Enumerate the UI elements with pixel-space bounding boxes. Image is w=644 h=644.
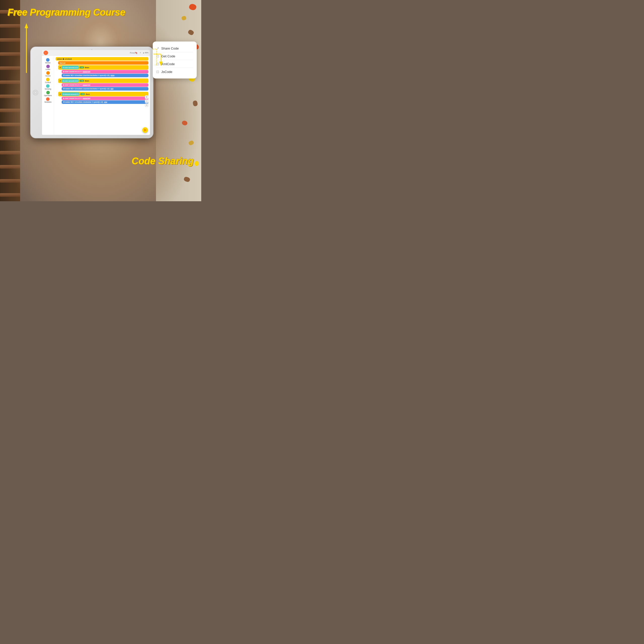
- share-code-label: Share Code: [161, 47, 179, 50]
- when-clicked-text: when ▶ clicked: [57, 58, 72, 60]
- course-label: Free Programming Course: [8, 7, 125, 18]
- music-val-2[interactable]: music 7 ▾: [82, 84, 91, 86]
- music-val-3[interactable]: music 5 ▾: [82, 98, 91, 99]
- if-text-1: if: [60, 66, 61, 69]
- looks-label: Looks: [46, 68, 50, 70]
- variables-label: Variables: [44, 101, 52, 103]
- play-icon: [144, 129, 147, 132]
- zoom-in-button[interactable]: +: [145, 95, 148, 99]
- motor-text-1: ⚙ motor M2 ▾ direction counterclockwise …: [63, 74, 109, 76]
- color-sensor-2[interactable]: ⊙ color sensor(1,2,3): [62, 79, 79, 83]
- eq-val-1: = 1: [79, 66, 84, 68]
- if-block-3[interactable]: if ⊙ infrared sensor(1-7) < 5 then: [58, 92, 148, 96]
- xml-icon: ⊡: [156, 62, 159, 66]
- code-sharing-label: Code Sharing: [132, 156, 194, 167]
- sound-label: Sound: [45, 75, 50, 77]
- eq-val-2: = 2: [79, 80, 84, 82]
- motor-block-3[interactable]: ⚙ motor M2 ▾ direction clockwise ▾ speed…: [62, 100, 148, 104]
- speed-val-2[interactable]: 6 ▾: [110, 88, 114, 90]
- sensing-label: Sensing: [45, 88, 51, 90]
- play-button[interactable]: [142, 127, 148, 133]
- control-dot: [46, 78, 50, 81]
- infrared-sensor[interactable]: ⊙ infrared sensor(1-7): [62, 92, 79, 96]
- operators-dot: [46, 91, 50, 94]
- sidebar: Motion Looks Sound Control Sensing: [42, 56, 54, 135]
- sidebar-item-operators[interactable]: Operators: [44, 91, 52, 96]
- share-code-item[interactable]: ↗ Share Code: [156, 45, 193, 52]
- code-canvas: when ▶ clicked forever if ⊙ color sensor…: [54, 56, 150, 135]
- tablet: ← Rowing 🔖 ✕ ··· ▲ 98% Motion Looks: [30, 47, 153, 138]
- if-block-1[interactable]: if ⊙ color sensor(1,2,3) = 1 then: [58, 65, 148, 70]
- if-block-2[interactable]: if ⊙ color sensor(1,2,3) = 2 then: [58, 78, 148, 83]
- motor-text-2: ⚙ motor M2 ▾ direction counterclockwise …: [63, 88, 109, 90]
- popup-card: ↗ Share Code ⊡ Get Code ⊡ XmlCode ⊡ JsCo…: [153, 42, 197, 78]
- fit-button[interactable]: ≡: [145, 103, 148, 107]
- zoom-controls: + − ≡: [145, 95, 148, 107]
- motion-label: Motion: [45, 62, 51, 64]
- sidebar-item-sensing[interactable]: Sensing: [45, 84, 51, 90]
- start-sound-3[interactable]: ▶ start sound music ▾ music 5 ▾: [62, 97, 148, 100]
- get-code-label: Get Code: [161, 54, 175, 58]
- sound-dot: [46, 71, 50, 75]
- sidebar-item-sound[interactable]: Sound: [45, 71, 50, 77]
- home-icon: [34, 91, 37, 94]
- tablet-screen: ← Rowing 🔖 ✕ ··· ▲ 98% Motion Looks: [42, 50, 150, 135]
- js-code-item[interactable]: ⊡ JsCode: [156, 68, 193, 75]
- speed-val-1[interactable]: 12 ▾: [110, 75, 114, 76]
- music-val-1[interactable]: music 2 ▾: [82, 71, 91, 73]
- js-code-label: JsCode: [161, 70, 172, 74]
- back-button[interactable]: ←: [44, 51, 48, 55]
- xml-code-item[interactable]: ⊡ XmlCode: [156, 60, 193, 68]
- motor-block-2[interactable]: ⚙ motor M2 ▾ direction counterclockwise …: [62, 87, 148, 91]
- sidebar-item-variables[interactable]: Variables: [44, 97, 52, 103]
- sensing-dot: [46, 84, 50, 88]
- sidebar-item-motion[interactable]: Motion: [45, 58, 51, 64]
- when-clicked-block[interactable]: when ▶ clicked: [56, 57, 148, 61]
- svg-marker-1: [25, 23, 28, 28]
- then-text-2: then: [85, 80, 89, 82]
- wifi-status: ▲ 98%: [143, 52, 148, 54]
- lt-val-3: < 5: [80, 93, 85, 95]
- code-blocks: when ▶ clicked forever if ⊙ color sensor…: [56, 57, 148, 104]
- start-sound-2[interactable]: ▶ start sound music ▾ music 7 ▾: [62, 83, 148, 87]
- operators-label: Operators: [44, 95, 52, 96]
- forever-text: forever: [60, 62, 66, 64]
- if-text-3: if: [60, 93, 61, 95]
- get-code-item[interactable]: ⊡ Get Code: [156, 52, 193, 60]
- then-text-1: then: [85, 66, 89, 69]
- control-label: Control: [45, 82, 51, 83]
- ss-text-2: ▶ start sound music ▾: [63, 84, 82, 86]
- variables-dot: [46, 97, 50, 101]
- then-text-3: then: [86, 93, 90, 95]
- start-sound-1[interactable]: ▶ start sound music ▾ music 2 ▾: [62, 70, 148, 73]
- get-code-icon: ⊡: [156, 54, 159, 58]
- looks-dot: [46, 65, 50, 68]
- ss-text-1: ▶ start sound music ▾: [63, 71, 82, 73]
- sidebar-item-control[interactable]: Control: [45, 78, 51, 83]
- motion-dot: [46, 58, 50, 62]
- share-icon: ↗: [156, 46, 159, 50]
- speed-val-3[interactable]: 8 ▾: [104, 101, 107, 103]
- main-container: Free Programming Course ← Rowing 🔖 ✕ ···…: [0, 0, 201, 201]
- color-sensor-1[interactable]: ⊙ color sensor(1,2,3): [62, 66, 79, 69]
- zoom-out-button[interactable]: −: [145, 99, 148, 103]
- motor-block-1[interactable]: ⚙ motor M2 ▾ direction counterclockwise …: [62, 74, 148, 77]
- js-icon: ⊡: [156, 70, 159, 74]
- motor-text-3: ⚙ motor M2 ▾ direction clockwise ▾ speed…: [63, 101, 103, 103]
- forever-block[interactable]: forever: [58, 61, 148, 65]
- sidebar-item-looks[interactable]: Looks: [46, 65, 50, 70]
- ss-text-3: ▶ start sound music ▾: [63, 97, 82, 99]
- home-button[interactable]: [33, 90, 38, 95]
- tablet-topbar: ← Rowing 🔖 ✕ ··· ▲ 98%: [42, 50, 150, 56]
- xml-code-label: XmlCode: [161, 62, 175, 66]
- if-text-2: if: [60, 80, 61, 82]
